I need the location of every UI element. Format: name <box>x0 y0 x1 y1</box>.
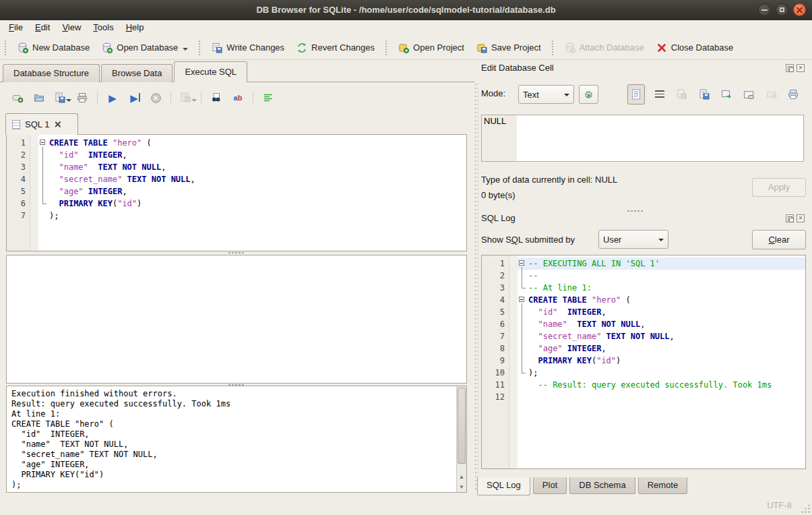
toolbar-grip <box>385 40 388 56</box>
db-browser-window: DB Browser for SQLite - /home/user/code/… <box>0 0 812 515</box>
code-line: 8 "age" INTEGER, <box>482 342 805 355</box>
execution-message-pane[interactable]: Execution finished without errors. Resul… <box>6 386 467 493</box>
export-file-icon <box>699 89 710 100</box>
attach-database-icon <box>565 42 575 53</box>
save-sql-menu-caret <box>66 99 71 104</box>
chevron-down-icon <box>564 94 569 99</box>
code-line: 2-- <box>482 270 805 282</box>
find-button[interactable] <box>210 91 223 104</box>
code-line: 4 "secret_name" TEXT NOT NULL, <box>7 173 466 185</box>
gear-icon <box>585 91 592 98</box>
find-replace-button[interactable]: ab <box>231 91 245 104</box>
mode-select[interactable]: Text <box>518 85 574 104</box>
save-project-button[interactable]: Save Project <box>470 40 547 56</box>
copy-link-button[interactable] <box>740 86 757 103</box>
code-line: 7); <box>7 210 466 222</box>
text-view-toggle-button[interactable] <box>627 84 645 104</box>
close-dock-icon[interactable]: × <box>797 214 805 222</box>
execute-current-line-button[interactable]: ▶ <box>127 91 141 104</box>
stop-icon <box>151 93 161 103</box>
write-changes-button[interactable]: Write Changes <box>206 40 290 56</box>
word-wrap-button[interactable] <box>651 86 668 103</box>
float-dock-icon[interactable] <box>786 214 794 222</box>
clear-log-button[interactable]: Clear <box>752 230 806 249</box>
open-database-icon <box>102 42 113 53</box>
menu-tools[interactable]: Tools <box>87 20 119 36</box>
scroll-down-button[interactable]: ▼ <box>457 482 466 492</box>
tab-plot[interactable]: Plot <box>533 477 567 494</box>
close-database-button[interactable]: Close Database <box>650 40 740 56</box>
results-scrollbar[interactable]: ▲ ▼ <box>456 386 466 492</box>
fold-marker-icon[interactable] <box>38 137 48 149</box>
pane-splitter-handle[interactable] <box>228 251 245 254</box>
arrow-down-icon: ▼ <box>459 484 464 490</box>
menu-edit[interactable]: Edit <box>29 20 56 36</box>
open-sql-file-button[interactable] <box>32 91 46 104</box>
cell-type-text: Type of data currently in cell: NULL <box>481 175 617 185</box>
open-database-button[interactable]: Open Database <box>96 40 194 56</box>
import-text-button <box>673 86 691 103</box>
open-project-icon <box>398 42 409 53</box>
sql-editor[interactable]: 1CREATE TABLE "hero" (2 "id" INTEGER,3 "… <box>6 134 467 251</box>
tab-execute-sql[interactable]: Execute SQL <box>174 61 247 82</box>
format-sql-button[interactable] <box>261 91 275 104</box>
auto-switch-mode-button[interactable] <box>579 85 598 104</box>
menu-help[interactable]: Help <box>120 20 150 36</box>
write-changes-icon <box>212 42 222 53</box>
open-project-button[interactable]: Open Project <box>392 40 470 56</box>
fold-marker-icon[interactable] <box>518 258 527 270</box>
fold-margin <box>518 379 527 391</box>
sql-log-filter-label: Show SQL submitted by <box>481 235 575 245</box>
menu-view[interactable]: View <box>56 20 87 36</box>
cell-editor[interactable]: NULL <box>481 115 804 162</box>
sql-file-tab[interactable]: SQL 1 <box>5 113 78 135</box>
print-sql-button[interactable] <box>75 91 89 104</box>
sql-log-filter-select[interactable]: User <box>598 230 668 249</box>
execute-all-button[interactable]: ▶ <box>106 91 119 104</box>
tab-browse-data[interactable]: Browse Data <box>101 64 173 82</box>
fold-margin <box>518 306 527 318</box>
results-grid-pane[interactable] <box>6 255 467 384</box>
dock-splitter-handle[interactable] <box>627 210 644 212</box>
tab-database-structure[interactable]: Database Structure <box>3 64 100 82</box>
attach-database-button: Attach Database <box>559 40 650 56</box>
sql-log-editor[interactable]: 1-- EXECUTING ALL IN 'SQL 1'2--3-- At li… <box>481 255 806 469</box>
mode-label: Mode: <box>481 88 505 98</box>
print-cell-button[interactable] <box>784 86 802 103</box>
maximize-button[interactable] <box>776 3 788 16</box>
resize-grip[interactable] <box>801 504 810 513</box>
tab-remote[interactable]: Remote <box>638 477 688 494</box>
save-results-icon <box>180 92 192 103</box>
float-dock-icon[interactable] <box>786 64 794 72</box>
close-sql-tab-icon[interactable] <box>54 121 61 128</box>
scroll-up-button[interactable]: ▲ <box>457 472 466 482</box>
dock-splitter-handle[interactable] <box>474 82 478 492</box>
cell-size-text: 0 byte(s) <box>481 190 516 200</box>
menu-file[interactable]: File <box>3 20 29 36</box>
sql-log-title: SQL Log <box>481 213 516 223</box>
sql-document-icon <box>12 120 20 129</box>
encoding-indicator: UTF-8 <box>767 500 792 510</box>
scrollbar-thumb[interactable] <box>458 388 466 464</box>
new-database-button[interactable]: New Database <box>11 40 96 56</box>
close-button[interactable] <box>793 3 806 16</box>
main-toolbar: New Database Open Database Write Changes… <box>0 36 812 60</box>
code-line: 6 PRIMARY KEY("id") <box>7 198 466 210</box>
tab-sql-log[interactable]: SQL Log <box>477 477 530 495</box>
external-link-icon <box>744 91 753 98</box>
new-sql-tab-button[interactable] <box>11 91 24 104</box>
code-line: 9 PRIMARY KEY("id") <box>482 355 805 367</box>
fold-margin <box>518 270 527 282</box>
revert-changes-button[interactable]: Revert Changes <box>290 40 381 56</box>
main-tab-bar: Database Structure Browse Data Execute S… <box>3 61 249 82</box>
close-dock-icon[interactable]: × <box>797 64 805 72</box>
export-text-button[interactable] <box>695 86 713 103</box>
minimize-button[interactable] <box>758 3 771 16</box>
save-sql-file-button[interactable] <box>54 91 67 104</box>
fold-marker-icon[interactable] <box>518 294 527 306</box>
text-document-icon <box>631 89 641 100</box>
tab-db-schema[interactable]: DB Schema <box>569 477 635 494</box>
open-in-external-button[interactable] <box>718 86 735 103</box>
edit-cell-title: Edit Database Cell <box>481 63 554 73</box>
window-title: DB Browser for SQLite - /home/user/code/… <box>0 0 812 20</box>
